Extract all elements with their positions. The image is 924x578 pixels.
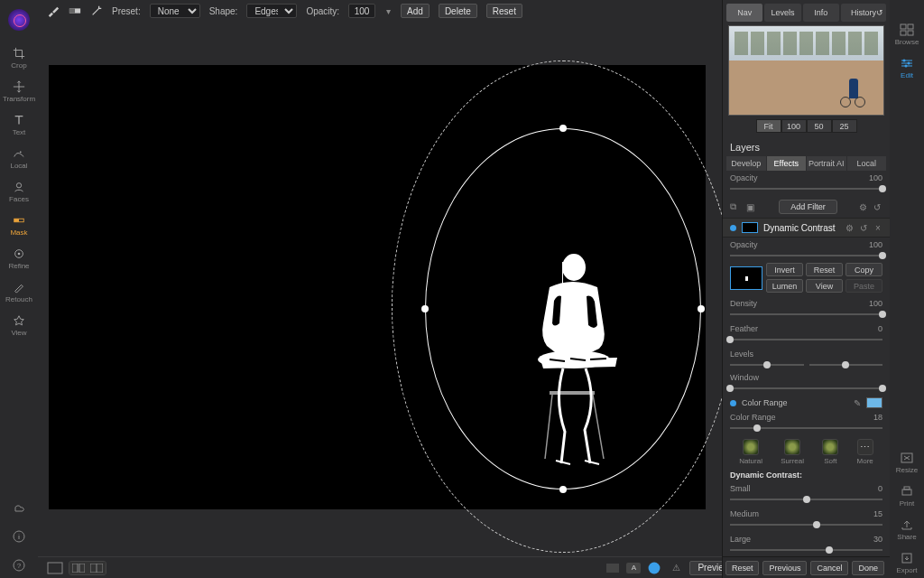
color-range-enabled-dot[interactable] <box>730 400 736 406</box>
add-filter-button[interactable]: Add Filter <box>779 200 837 214</box>
mask-handle-right[interactable] <box>698 305 705 312</box>
single-view-icon[interactable] <box>47 562 63 574</box>
editor-canvas[interactable] <box>49 65 706 509</box>
color-range-slider[interactable] <box>730 424 882 432</box>
filter-opacity-slider[interactable] <box>730 252 882 259</box>
compare-mode-segment[interactable] <box>69 561 106 575</box>
zoom-50-button[interactable]: 50 <box>807 119 832 133</box>
warning-icon[interactable]: ⚠ <box>668 562 684 574</box>
tab-levels[interactable]: Levels <box>764 4 800 22</box>
gear-icon[interactable]: ⚙ <box>859 202 868 212</box>
tab-effects[interactable]: Effects <box>767 156 807 171</box>
tab-local[interactable]: Local <box>847 156 887 171</box>
panel-reset-button[interactable]: Reset <box>725 561 760 575</box>
zoom-25-button[interactable]: 25 <box>832 119 857 133</box>
preset-row: Natural Surreal Soft ⋯More <box>723 435 890 467</box>
density-value: 100 <box>869 299 882 308</box>
export-action[interactable]: Export <box>891 548 923 578</box>
mask-tool[interactable]: Mask <box>3 210 35 240</box>
cancel-button[interactable]: Cancel <box>810 561 848 575</box>
eyedropper-icon[interactable]: ✎ <box>854 398 861 408</box>
undo-icon[interactable]: ↺ <box>873 202 882 212</box>
preset-select[interactable]: None <box>150 4 200 18</box>
gradient-icon[interactable] <box>69 5 81 17</box>
filter-gear-icon[interactable]: ⚙ <box>845 223 854 233</box>
retouch-tool[interactable]: Retouch <box>3 277 35 307</box>
cloud-sync-icon[interactable] <box>12 500 26 515</box>
tab-nav[interactable]: Nav <box>726 4 762 22</box>
mask-visibility-icon[interactable]: ▣ <box>746 202 757 212</box>
text-overlay-icon[interactable]: A <box>626 563 641 573</box>
navigator-thumbnail[interactable] <box>728 25 884 116</box>
filter-header[interactable]: Dynamic Contrast ⚙ ↺ × <box>723 218 890 238</box>
view-button[interactable]: View <box>806 279 843 293</box>
crop-tool[interactable]: Crop <box>3 43 35 73</box>
filter-enabled-dot[interactable] <box>730 225 736 231</box>
print-action[interactable]: Print <box>891 481 923 511</box>
zoom-fit-button[interactable]: Fit <box>756 119 781 133</box>
info-circle-icon[interactable] <box>12 529 26 544</box>
svg-text:?: ? <box>17 562 22 570</box>
filter-close-icon[interactable]: × <box>873 223 882 233</box>
levels-slider[interactable] <box>723 361 890 370</box>
compare-split-icon[interactable] <box>69 562 88 574</box>
local-tool[interactable]: Local <box>3 144 35 173</box>
chevron-down-icon[interactable]: ▾ <box>384 5 392 17</box>
mask-handle-bottom[interactable] <box>559 486 567 493</box>
resize-action[interactable]: Resize <box>891 448 923 478</box>
transform-tool[interactable]: Transform <box>3 77 35 107</box>
compare-side-icon[interactable] <box>88 562 106 574</box>
svg-point-17 <box>905 65 908 68</box>
svg-point-32 <box>649 562 661 573</box>
density-slider[interactable] <box>730 311 882 318</box>
tab-portrait-ai[interactable]: Portrait AI <box>807 156 846 171</box>
tab-history[interactable]: History <box>841 4 886 22</box>
filter-reset-icon[interactable]: ↺ <box>859 223 868 233</box>
mask-reset-button[interactable]: Reset <box>806 263 843 276</box>
share-action[interactable]: Share <box>891 515 923 545</box>
histogram-icon[interactable] <box>605 562 621 574</box>
browse-mode[interactable]: Browse <box>891 20 923 50</box>
edit-mode[interactable]: Edit <box>891 53 923 83</box>
layer-opacity-slider[interactable] <box>730 185 882 192</box>
text-tool[interactable]: Text <box>3 110 35 140</box>
opacity-input[interactable] <box>348 4 375 18</box>
shape-select[interactable]: Edges <box>246 4 297 18</box>
color-swatch[interactable] <box>866 397 882 408</box>
faces-tool[interactable]: Faces <box>3 177 35 207</box>
preset-natural[interactable]: Natural <box>739 439 762 465</box>
feather-slider[interactable] <box>730 336 882 343</box>
brush-icon[interactable] <box>47 5 60 17</box>
zoom-100-button[interactable]: 100 <box>781 119 807 133</box>
mask-handle-left[interactable] <box>421 305 429 312</box>
small-slider[interactable] <box>730 496 882 503</box>
lumen-button[interactable]: Lumen <box>766 279 803 293</box>
help-icon[interactable]: ? <box>12 558 26 573</box>
reset-button[interactable]: Reset <box>486 4 522 18</box>
large-slider[interactable] <box>730 546 882 554</box>
preset-surreal[interactable]: Surreal <box>781 439 804 465</box>
preset-label: Preset: <box>112 6 141 16</box>
window-slider[interactable] <box>730 385 882 392</box>
svg-point-22 <box>562 254 586 281</box>
tab-develop[interactable]: Develop <box>726 156 766 171</box>
done-button[interactable]: Done <box>852 561 884 575</box>
copy-button[interactable]: Copy <box>845 263 882 276</box>
wand-icon[interactable] <box>90 5 103 17</box>
preset-more[interactable]: ⋯More <box>857 439 873 465</box>
mask-handle-top[interactable] <box>559 125 567 132</box>
invert-button[interactable]: Invert <box>766 263 803 276</box>
mask-thumbnail[interactable] <box>730 266 762 290</box>
stack-icon[interactable]: ⧉ <box>730 201 741 212</box>
refine-tool[interactable]: Refine <box>3 244 35 274</box>
delete-button[interactable]: Delete <box>439 4 477 18</box>
tab-info[interactable]: Info <box>803 4 839 22</box>
previous-button[interactable]: Previous <box>762 561 807 575</box>
preset-soft[interactable]: Soft <box>822 439 838 465</box>
view-tool[interactable]: View <box>3 311 35 340</box>
medium-slider[interactable] <box>730 521 882 528</box>
mask-overlay-icon[interactable] <box>646 562 662 574</box>
add-button[interactable]: Add <box>401 4 430 18</box>
svg-rect-5 <box>14 219 19 222</box>
svg-rect-20 <box>904 487 910 489</box>
